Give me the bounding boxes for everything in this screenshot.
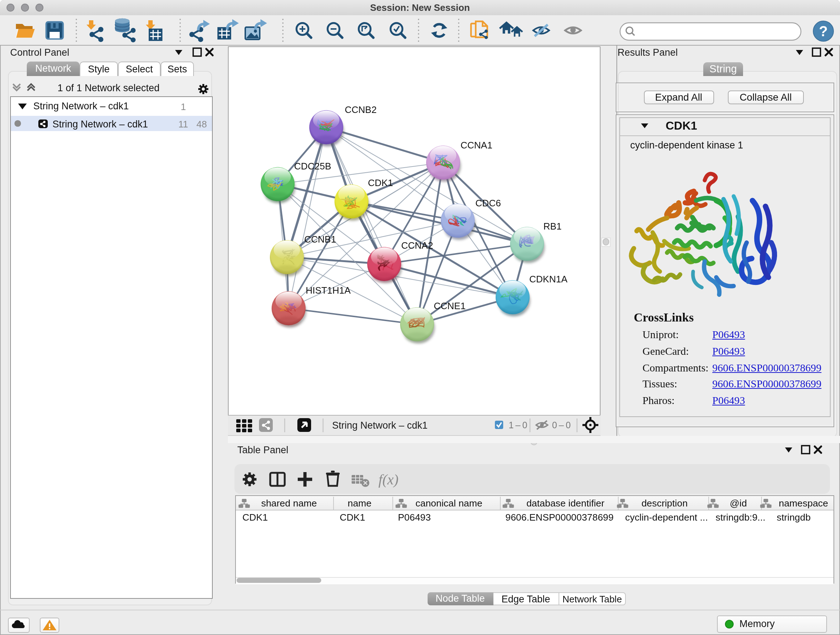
svg-text:RB1: RB1 — [543, 220, 561, 231]
svg-text:description: description — [641, 497, 687, 508]
svg-text:1 – 0: 1 – 0 — [508, 420, 527, 430]
svg-text:CDK1: CDK1 — [368, 177, 393, 188]
svg-text:?: ? — [819, 23, 828, 39]
svg-text:canonical name: canonical name — [415, 497, 482, 508]
svg-text:CCNB2: CCNB2 — [344, 104, 376, 115]
svg-text:CCNE1: CCNE1 — [433, 300, 465, 311]
svg-text:CCNA1: CCNA1 — [460, 139, 492, 150]
svg-text:0 – 0: 0 – 0 — [552, 420, 570, 430]
svg-text:CDC6: CDC6 — [475, 197, 501, 208]
svg-text:namespace: namespace — [778, 497, 828, 508]
svg-text:shared name: shared name — [261, 497, 317, 508]
svg-text:CDC25B: CDC25B — [294, 160, 331, 171]
svg-text:CCNB1: CCNB1 — [304, 233, 336, 244]
svg-text:HIST1H1A: HIST1H1A — [305, 285, 351, 295]
svg-text:@id: @id — [729, 497, 746, 508]
svg-text:name: name — [347, 497, 371, 508]
svg-text:CCNA2: CCNA2 — [401, 240, 433, 250]
svg-text:database identifier: database identifier — [526, 497, 604, 508]
svg-text:CDKN1A: CDKN1A — [529, 273, 567, 284]
svg-text:f(x): f(x) — [378, 471, 398, 488]
